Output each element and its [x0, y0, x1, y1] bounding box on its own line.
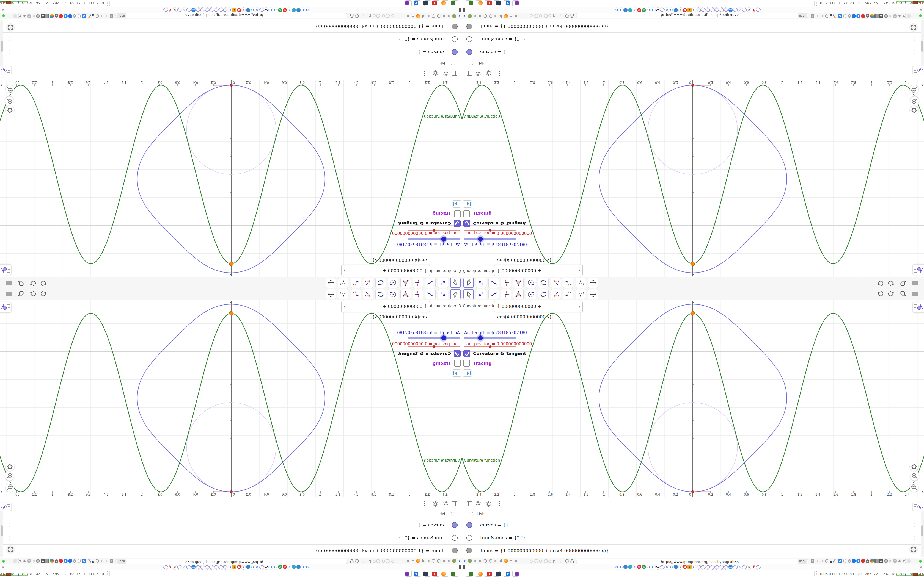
bookmark-favicon-gearD[interactable]: ✷	[746, 8, 751, 12]
gear-icon[interactable]	[17, 559, 22, 564]
wrench-icon[interactable]	[22, 13, 27, 18]
userscript-icon[interactable]: UD	[40, 559, 45, 564]
globe-icon[interactable]: ⊕	[478, 559, 483, 564]
disabled-icon[interactable]	[907, 559, 911, 564]
arc-length-slider-knob[interactable]	[478, 237, 483, 242]
lock-icon[interactable]	[349, 559, 354, 564]
reflect-tool[interactable]	[351, 277, 361, 288]
zoom-in-icon[interactable]	[5, 97, 14, 105]
bookmark-favicon-ring[interactable]	[164, 565, 168, 569]
sidebar-icon[interactable]	[45, 559, 50, 564]
zoom-out-icon[interactable]	[5, 483, 14, 492]
network-icon[interactable]	[870, 559, 875, 564]
algebra-list-group-row[interactable]: − List	[0, 511, 462, 519]
graphics-view[interactable]: -2.4-2.2-2-1.8-1.6-1.4-1.2-1-0.8-0.6-0.4…	[462, 300, 924, 497]
reflect-tool[interactable]	[563, 289, 573, 300]
arc-length-slider[interactable]	[408, 337, 460, 339]
bookmark-star-icon[interactable]: ☆	[816, 13, 820, 18]
folder-icon[interactable]	[367, 559, 371, 564]
play-animation-button[interactable]	[453, 369, 461, 377]
bookmark-favicon-ring[interactable]	[196, 8, 200, 12]
slider-tool[interactable]: a = 2	[575, 289, 586, 300]
arc-position-slider-knob[interactable]	[489, 345, 491, 348]
scrollbar-thumb[interactable]	[921, 41, 924, 52]
polygon-tool[interactable]	[401, 277, 411, 288]
firefox-app-icon[interactable]	[476, 0, 482, 6]
open-panel-tab[interactable]	[913, 302, 924, 313]
faded-extension-dot-icon[interactable]	[544, 559, 548, 564]
bookmark-favicon-photo[interactable]: ▲	[232, 8, 236, 12]
bookmark-favicon-ring[interactable]	[178, 565, 182, 569]
faded-extension-dot-icon[interactable]	[376, 13, 380, 18]
add-icon[interactable]: +	[852, 13, 856, 18]
angle-tool[interactable]: α	[551, 277, 561, 288]
home-icon[interactable]	[910, 462, 919, 471]
point-tool[interactable]: A	[438, 277, 448, 288]
zoom-in-icon[interactable]	[910, 472, 919, 480]
dropdown-caret-icon[interactable]: ▼	[344, 265, 346, 276]
angle-tool[interactable]: α	[551, 289, 561, 300]
wrench-icon[interactable]	[421, 13, 425, 18]
rotate-icon[interactable]	[431, 559, 436, 564]
gear-icon[interactable]	[17, 13, 22, 18]
open-panel-tab[interactable]	[0, 264, 11, 275]
disabled-icon[interactable]	[13, 559, 17, 564]
pin-icon[interactable]: Y	[457, 13, 462, 18]
search-icon[interactable]	[899, 290, 908, 298]
bookmark-favicon-ring[interactable]	[660, 565, 664, 569]
tracing-checkbox[interactable]	[454, 359, 461, 366]
algebra-view-logo-icon[interactable]	[0, 66, 11, 74]
bookmark-favicon-info[interactable]: i	[241, 8, 246, 12]
globe2-icon[interactable]: ⊕	[888, 13, 893, 18]
back-arrow-icon[interactable]: ←	[360, 13, 365, 18]
bookmark-favicon-ring[interactable]	[719, 565, 724, 569]
floppy64-app-icon[interactable]: 64	[504, 571, 510, 577]
refresh-icon[interactable]	[824, 13, 829, 18]
recorder-app-icon[interactable]	[424, 571, 430, 577]
gear-icon[interactable]	[509, 559, 514, 564]
search-icon[interactable]	[16, 290, 25, 298]
bookmark-favicon-ring[interactable]	[178, 8, 182, 12]
forward-arrow-icon[interactable]: →	[820, 559, 824, 564]
move-tool[interactable]	[464, 289, 474, 300]
zoom-in-icon[interactable]	[910, 97, 919, 105]
circle-tool[interactable]	[526, 277, 536, 288]
line-tool[interactable]	[425, 277, 436, 288]
bookmark-favicon-green[interactable]: ≈	[278, 565, 282, 569]
bookmark-favicon-W[interactable]: W	[655, 8, 660, 12]
bookmark-favicon-G[interactable]: G	[305, 8, 310, 12]
fx-icon[interactable]: fx	[444, 500, 448, 506]
shield-icon[interactable]	[354, 559, 359, 564]
folder-icon[interactable]	[367, 13, 371, 18]
row-kebab-icon[interactable]: ⋮	[913, 522, 917, 528]
algebra-row-funcs[interactable]: funcs = {1.000000000000 + cos(4.00000000…	[462, 545, 924, 557]
faded-extension-dot-icon[interactable]	[539, 560, 544, 564]
arc-position-slider-knob[interactable]	[433, 229, 435, 232]
bookmark-favicon-G[interactable]: G	[182, 565, 186, 569]
row-kebab-icon[interactable]: ⋮	[7, 535, 11, 541]
bookmark-favicon-ring[interactable]	[715, 565, 719, 569]
rotate-icon[interactable]	[483, 13, 488, 18]
rotate-icon[interactable]	[483, 559, 488, 564]
visibility-toggle[interactable]	[467, 36, 472, 42]
bookmark-favicon-gearD[interactable]: ✷	[746, 565, 751, 569]
globe2-icon[interactable]: ⊕	[888, 559, 893, 564]
avatar-icon[interactable]	[468, 559, 472, 564]
bookmark-favicon-W[interactable]: W	[264, 565, 269, 569]
vpn-icon[interactable]: ↓	[63, 13, 68, 18]
zoom-in-icon[interactable]	[5, 472, 14, 480]
lock-icon[interactable]	[570, 559, 575, 564]
bookmark-favicon-G[interactable]: G	[651, 565, 655, 569]
share-icon[interactable]: ↑	[893, 559, 898, 564]
play-animation-button[interactable]	[463, 369, 471, 377]
arc-length-slider[interactable]	[408, 238, 460, 240]
row-kebab-icon[interactable]: ⋮	[7, 36, 11, 42]
bookmark-favicon-ring[interactable]	[209, 565, 214, 569]
floppy64-app-icon[interactable]: 64	[414, 0, 420, 6]
bookmark-favicon-G[interactable]: G	[646, 8, 651, 12]
globe-icon[interactable]: ⊕	[493, 559, 498, 564]
wrench-icon[interactable]	[499, 13, 503, 18]
rotate-icon[interactable]	[488, 559, 493, 564]
globe-icon[interactable]: ⊕	[426, 13, 431, 18]
zoom-level-badge[interactable]: 81%	[117, 13, 126, 18]
